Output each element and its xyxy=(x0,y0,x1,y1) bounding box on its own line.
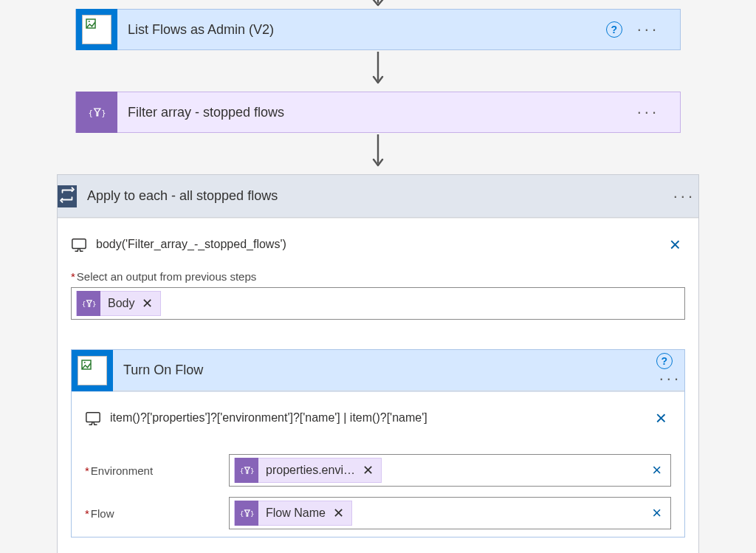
step-header[interactable]: Turn On Flow ? ··· xyxy=(72,350,684,391)
svg-text:{: { xyxy=(89,109,93,117)
svg-rect-7 xyxy=(86,413,100,422)
field-label-environment: *Environment xyxy=(85,464,221,477)
svg-text:}: } xyxy=(250,509,254,518)
dynamic-token-environment[interactable]: {} properties.envi… ✕ xyxy=(234,458,382,483)
peek-code-icon xyxy=(85,410,101,426)
more-icon[interactable]: ··· xyxy=(634,103,662,122)
dynamic-token-body[interactable]: {} Body ✕ xyxy=(76,291,161,316)
step-title: Apply to each - all stopped flows xyxy=(77,188,670,204)
step-filter-array[interactable]: { } Filter array - stopped flows ··· xyxy=(75,92,681,133)
field-row-environment: *Environment {} properties.envi… ✕ xyxy=(85,454,671,487)
token-icon: {} xyxy=(235,501,258,526)
token-label: Body xyxy=(108,297,134,310)
peek-code-icon xyxy=(71,236,87,253)
required-asterisk: * xyxy=(85,507,89,520)
step-apply-to-each: Apply to each - all stopped flows ··· bo… xyxy=(57,174,699,553)
step-turn-on-flow: Turn On Flow ? ··· item()?['properties']… xyxy=(71,349,685,537)
svg-text:{: { xyxy=(240,467,244,475)
flow-input[interactable]: {} Flow Name ✕ × xyxy=(229,497,671,529)
step-header[interactable]: Apply to each - all stopped flows ··· xyxy=(58,175,698,218)
clear-field-icon[interactable]: × xyxy=(647,505,666,521)
required-asterisk: * xyxy=(85,464,89,477)
step-title: Filter array - stopped flows xyxy=(117,105,616,120)
filter-icon: { } xyxy=(76,92,117,133)
connector-icon-powerapps xyxy=(72,350,113,391)
field-label-select-output: *Select an output from previous steps xyxy=(71,270,685,283)
step-title: Turn On Flow xyxy=(113,363,656,378)
field-label-flow: *Flow xyxy=(85,507,221,520)
svg-text:}: } xyxy=(250,467,254,475)
token-label: properties.envi… xyxy=(266,464,355,477)
svg-point-6 xyxy=(84,361,86,363)
close-icon[interactable]: × xyxy=(665,235,685,254)
token-remove-icon[interactable]: ✕ xyxy=(142,295,153,312)
connector-arrow xyxy=(0,50,756,92)
close-icon[interactable]: × xyxy=(651,408,671,427)
token-remove-icon[interactable]: ✕ xyxy=(333,505,344,521)
svg-text:{: { xyxy=(240,509,244,518)
more-icon[interactable]: ··· xyxy=(634,20,662,39)
peek-code-text: body('Filter_array_-_stopped_flows') xyxy=(96,238,656,251)
select-output-input[interactable]: {} Body ✕ xyxy=(71,287,685,320)
svg-rect-3 xyxy=(72,239,86,249)
peek-code-text: item()?['properties']?['environment']?['… xyxy=(110,411,642,425)
token-label: Flow Name xyxy=(266,506,326,520)
connector-arrow xyxy=(0,133,756,174)
broken-image-icon xyxy=(78,356,107,385)
help-icon[interactable]: ? xyxy=(656,353,673,369)
required-asterisk: * xyxy=(71,270,75,283)
svg-text:{: { xyxy=(82,300,86,308)
more-icon[interactable]: ··· xyxy=(656,369,684,388)
step-list-flows[interactable]: List Flows as Admin (V2) ? ··· xyxy=(75,9,681,50)
loop-icon xyxy=(58,185,77,207)
dynamic-token-flow-name[interactable]: {} Flow Name ✕ xyxy=(234,501,352,526)
broken-image-icon xyxy=(82,15,111,44)
peek-code-row: body('Filter_array_-_stopped_flows') × xyxy=(71,232,685,270)
token-icon: {} xyxy=(77,291,100,316)
token-remove-icon[interactable]: ✕ xyxy=(362,462,374,478)
svg-point-0 xyxy=(89,21,90,22)
clear-field-icon[interactable]: × xyxy=(647,462,666,478)
token-icon: {} xyxy=(235,458,258,483)
peek-code-row: item()?['properties']?['environment']?['… xyxy=(85,405,671,444)
step-title: List Flows as Admin (V2) xyxy=(117,22,588,38)
svg-text:}: } xyxy=(102,109,106,117)
connector-arrow-top xyxy=(0,0,756,9)
connector-icon-powerapps xyxy=(76,9,117,50)
field-row-flow: *Flow {} Flow Name ✕ xyxy=(85,497,671,529)
environment-input[interactable]: {} properties.envi… ✕ × xyxy=(229,454,671,487)
more-icon[interactable]: ··· xyxy=(670,187,698,206)
svg-text:}: } xyxy=(92,300,96,308)
help-icon[interactable]: ? xyxy=(606,21,622,38)
